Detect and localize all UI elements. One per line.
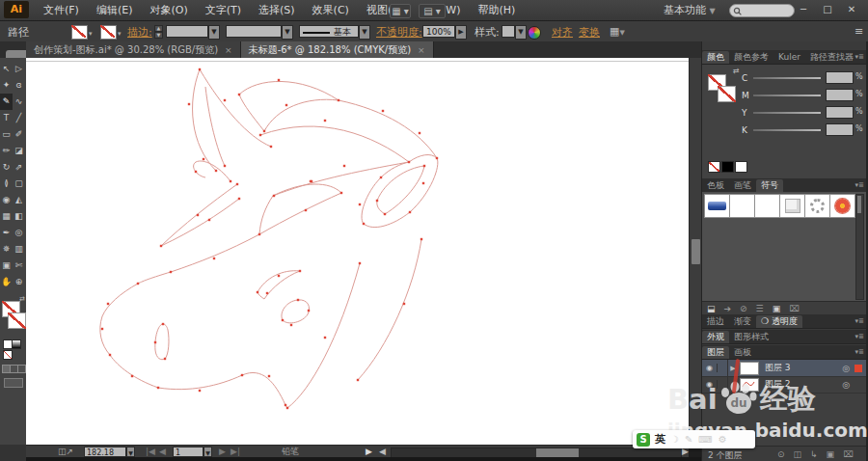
menu-item-8[interactable]: 帮助(H): [469, 0, 524, 20]
last-artboard-button[interactable]: ▶|: [231, 447, 240, 457]
screen-mode-button[interactable]: [4, 378, 23, 388]
color-tab-颜色参考[interactable]: 颜色参考: [729, 51, 773, 64]
menu-item-2[interactable]: 对象(O): [141, 0, 196, 20]
mesh-tool[interactable]: ▦: [0, 208, 13, 225]
effects-tab-描边[interactable]: 描边: [702, 315, 729, 328]
blend-tool[interactable]: ◎: [13, 225, 25, 241]
visibility-eye-icon[interactable]: ◉: [702, 364, 718, 372]
toolbox-icon[interactable]: ⚙: [719, 434, 727, 445]
symbols-tab-色板[interactable]: 色板: [702, 179, 729, 192]
panel-menu-icon[interactable]: ▾≣: [855, 181, 864, 189]
symbol-flower[interactable]: [829, 194, 855, 218]
draw-inside-button[interactable]: [17, 365, 26, 373]
effects-tab-渐变[interactable]: 渐变: [729, 315, 756, 328]
chevron-down-icon[interactable]: ▾: [118, 30, 122, 38]
appearance-tab-外观[interactable]: 外观: [702, 331, 729, 343]
first-artboard-button[interactable]: |◀: [146, 447, 155, 457]
column-graph-tool[interactable]: ▥: [13, 241, 25, 258]
stroke-color-well[interactable]: [8, 312, 26, 329]
swap-fill-stroke-icon[interactable]: ⇄: [19, 295, 25, 303]
arrange-documents-icon[interactable]: ▦ ▾: [390, 4, 411, 18]
chevron-down-icon[interactable]: ▼: [359, 25, 370, 40]
panel-menu-icon[interactable]: ▾≣: [855, 333, 864, 340]
eraser-tool[interactable]: ◪: [13, 143, 25, 159]
minimize-button[interactable]: ─: [797, 3, 810, 16]
symbol-cube[interactable]: [779, 194, 805, 218]
break-link-icon[interactable]: ⊘: [740, 304, 747, 313]
gradient-tool[interactable]: ◧: [13, 208, 25, 225]
layer-thumbnail[interactable]: [740, 378, 759, 392]
menu-item-4[interactable]: 选择(S): [250, 0, 304, 20]
symbols-tab-符号[interactable]: 符号: [756, 179, 783, 192]
layers-tab-图层[interactable]: 图层: [702, 346, 729, 359]
moon-icon[interactable]: ☽: [670, 434, 679, 445]
delete-layer-icon[interactable]: ⌧: [843, 449, 853, 459]
none-swatch[interactable]: [708, 161, 720, 173]
symbols-scrollbar-thumb[interactable]: [857, 196, 861, 213]
symbol-libraries-icon[interactable]: ⬓: [707, 304, 716, 313]
white-swatch[interactable]: [735, 161, 747, 173]
document-tab-1[interactable]: 未标题-6* @ 182.18% (CMYK/预览)×: [241, 41, 434, 58]
layer-name[interactable]: 图层 3: [765, 362, 791, 374]
panel-menu-icon[interactable]: ▾≣: [855, 53, 864, 61]
channel-slider[interactable]: [753, 77, 821, 79]
visibility-eye-icon[interactable]: ◉: [702, 380, 718, 389]
layer-row-图层 3[interactable]: ◉▶图层 3◎: [702, 360, 867, 377]
symbols-scrollbar[interactable]: [855, 194, 864, 300]
scroll-left-icon[interactable]: ◀: [379, 447, 386, 457]
artboard-number-input[interactable]: 1: [173, 447, 203, 457]
transform-link[interactable]: 变换: [579, 25, 600, 40]
curvature-tool[interactable]: ∿: [13, 94, 25, 110]
chevron-down-icon[interactable]: ▶: [455, 25, 467, 40]
brush-definition-select[interactable]: [226, 25, 282, 38]
next-artboard-button[interactable]: ▶: [219, 447, 226, 457]
symbol-wreath[interactable]: [804, 194, 830, 218]
chevron-down-icon[interactable]: ▼: [282, 25, 293, 40]
new-symbol-icon[interactable]: ▣: [773, 304, 781, 313]
hand-tool[interactable]: ✋: [0, 274, 13, 290]
slice-tool[interactable]: ✄: [13, 258, 25, 274]
align-link[interactable]: 对齐: [552, 25, 573, 40]
place-symbol-icon[interactable]: ➔: [724, 304, 732, 313]
ime-toolbar[interactable]: S 英 ☽✎⌨⚙: [633, 430, 755, 448]
channel-slider[interactable]: [753, 112, 821, 114]
sogou-logo[interactable]: S: [637, 433, 650, 447]
black-swatch[interactable]: [721, 161, 734, 173]
magic-wand-tool[interactable]: ✦: [0, 77, 13, 94]
style-swatch[interactable]: [502, 25, 515, 38]
zoom-dropdown-icon[interactable]: ▼: [126, 447, 135, 457]
disclosure-icon[interactable]: ▶: [728, 365, 738, 372]
shape-builder-tool[interactable]: ◉: [0, 192, 13, 208]
screen-mode-icon[interactable]: ▤ ▾: [419, 4, 446, 18]
lock-cell[interactable]: [718, 360, 728, 376]
workspace-switcher[interactable]: 基本功能 ▼: [664, 0, 716, 21]
chevron-down-icon[interactable]: ▼: [208, 25, 220, 40]
menu-item-0[interactable]: 文件(F): [35, 0, 88, 20]
symbols-tab-画笔[interactable]: 画笔: [729, 179, 756, 192]
layer-thumbnail[interactable]: [740, 362, 759, 375]
menu-item-1[interactable]: 编辑(E): [88, 0, 142, 20]
scale-tool[interactable]: ⇗: [13, 159, 25, 176]
preview-mode-icon[interactable]: ◫: [58, 447, 67, 456]
fill-swatch[interactable]: [71, 25, 88, 40]
layers-tab-画板[interactable]: 画板: [729, 346, 756, 359]
selection-tool[interactable]: ↖: [0, 61, 13, 77]
horizontal-scrollbar-thumb[interactable]: [536, 448, 579, 457]
rotate-tool[interactable]: ↻: [0, 159, 13, 176]
eyedropper-tool[interactable]: ✒: [0, 225, 13, 241]
color-tab-路径查找器[interactable]: 路径查找器: [805, 51, 858, 64]
target-circle-icon[interactable]: ◎: [842, 380, 850, 390]
stroke-weight-stepper[interactable]: ▲▼: [154, 25, 163, 38]
type-tool[interactable]: T: [0, 110, 13, 126]
artboard-dropdown-icon[interactable]: ▼: [203, 447, 212, 457]
channel-value-input[interactable]: [826, 123, 854, 136]
effects-tab-透明度[interactable]: ❍ 透明度: [756, 315, 802, 328]
close-icon[interactable]: ×: [225, 45, 232, 55]
ime-language-toggle[interactable]: 英: [655, 432, 665, 447]
menu-item-5[interactable]: 效果(C): [304, 0, 358, 20]
none-mode-button[interactable]: [3, 350, 13, 360]
color-tab-颜色[interactable]: 颜色: [702, 51, 729, 64]
panel-menu-icon[interactable]: ▾≣: [855, 348, 864, 356]
line-segment-tool[interactable]: ╱: [13, 110, 25, 126]
share-icon[interactable]: ↗: [67, 447, 74, 456]
